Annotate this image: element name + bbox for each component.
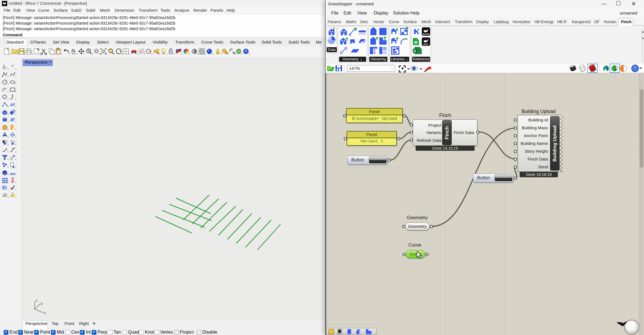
- svg-text:BLOCK: BLOCK: [423, 33, 430, 35]
- svg-text:88: 88: [415, 42, 417, 44]
- svg-text:TEXT: TEXT: [423, 43, 428, 45]
- svg-text:X: X: [414, 49, 416, 53]
- svg-text:z: z: [35, 298, 37, 303]
- svg-text:?: ?: [245, 49, 247, 54]
- svg-text:x: x: [44, 311, 46, 315]
- svg-text:y: y: [41, 301, 43, 305]
